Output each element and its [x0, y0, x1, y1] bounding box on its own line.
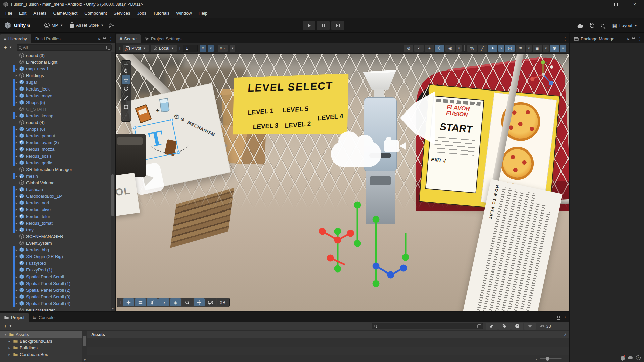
expand-arrow[interactable]: ▸ [14, 154, 19, 158]
kebab-menu-icon[interactable]: ⋮ [563, 315, 567, 320]
close-button[interactable]: × [625, 0, 644, 9]
rotate-tool-button[interactable] [122, 84, 130, 93]
search-pick-icon[interactable] [477, 324, 481, 328]
scroll-down-arrow[interactable]: ▼ [111, 307, 114, 310]
play-button[interactable] [303, 21, 315, 30]
project-folder-assets[interactable]: ▾Assets [0, 331, 82, 338]
expand-arrow[interactable]: ▸ [14, 228, 19, 232]
expand-arrow[interactable]: ▸ [14, 302, 19, 305]
expand-arrow[interactable]: ▸ [14, 248, 19, 252]
search-icon[interactable] [601, 24, 604, 27]
scale-tool-button[interactable] [122, 94, 130, 102]
search-overlay-button[interactable] [182, 298, 193, 306]
expand-arrow[interactable]: ▸ [14, 194, 19, 198]
particles-toggle-icon-caret[interactable]: ▼ [498, 45, 504, 52]
toolbar-grip[interactable]: ‖ [179, 46, 181, 51]
history-icon[interactable] [589, 23, 595, 28]
hierarchy-item-directional-light[interactable]: Directional Light [0, 59, 111, 65]
scrollbar-thumb[interactable] [111, 174, 114, 216]
expand-arrow[interactable]: ▸ [14, 114, 19, 118]
hierarchy-item-fuzzyred-1-[interactable]: FuzzyRed (1) [0, 266, 111, 273]
hierarchy-item-fuzzyred[interactable]: FuzzyRed [0, 260, 111, 266]
kebab-menu-icon[interactable]: ⋮ [109, 36, 113, 41]
hierarchy-item-spatial-panel-scroll-4-[interactable]: ▸Spatial Panel Scroll (4) [0, 300, 111, 307]
hierarchy-item-shops-6-[interactable]: ▸Shops (6) [0, 126, 111, 132]
project-folder-backgroundcars[interactable]: ▸BackgroundCars [0, 338, 82, 344]
asset-store-dropdown[interactable]: Asset Store▼ [68, 21, 106, 29]
hierarchy-item-buildings[interactable]: ▸Buildings [0, 72, 111, 79]
tree-scrollbar[interactable]: ▼ [82, 331, 87, 362]
tab-package-manager[interactable]: Package Manage [570, 34, 619, 43]
grid-overlay-button[interactable] [147, 298, 158, 306]
tab-hierarchy[interactable]: ≡Hierarchy [0, 34, 31, 43]
gizmos-icon-caret[interactable]: ▼ [560, 45, 566, 52]
expand-arrow[interactable]: ▸ [14, 147, 19, 151]
hierarchy-item-sound-3-[interactable]: sound (3) [0, 52, 111, 59]
hierarchy-item-xr-interaction-manager[interactable]: XR Interaction Manager [0, 166, 111, 173]
hierarchy-item-kerdus-mayo[interactable]: ▸kerdus_mayo [0, 92, 111, 99]
hierarchy-item-kerdus-nori[interactable]: ▸kerdus_nori [0, 199, 111, 206]
hierarchy-item-eventsystem[interactable]: EventSystem [0, 240, 111, 246]
add-gameobject-button[interactable]: ＋ [3, 44, 8, 51]
menu-services[interactable]: Services [110, 11, 134, 16]
overlay-percent-icon[interactable]: % [467, 45, 477, 52]
rect-tool-button[interactable] [122, 103, 130, 111]
hierarchy-item-trashcan[interactable]: ▸trashcan [0, 186, 111, 193]
menu-tutorials[interactable]: Tutorials [150, 11, 173, 16]
debug-icon[interactable]: ◉ [445, 45, 455, 52]
account-dropdown[interactable]: MP▼ [42, 21, 65, 29]
hierarchy-item-shops-5-[interactable]: ▸Shops (5) [0, 99, 111, 106]
layers-icon-caret[interactable]: ▼ [526, 45, 532, 52]
hierarchy-item-mesin[interactable]: ▸mesin [0, 173, 111, 179]
project-folder-buildings[interactable]: ▸Buildings [0, 344, 82, 351]
add-dropdown-caret[interactable]: ▼ [9, 324, 12, 328]
hierarchy-item-kerdus-bbq[interactable]: ▸kerdus_bbq [0, 246, 111, 253]
hierarchy-item-kerdus-garlic[interactable]: ▸kerdus_garlic [0, 159, 111, 166]
kebab-menu-icon[interactable]: ⋮ [638, 36, 642, 41]
snap-overlay-button[interactable] [194, 298, 205, 306]
hierarchy-item-kerdus-ayam-3-[interactable]: ▸kerdus_ayam (3) [0, 139, 111, 146]
hidden-count[interactable]: 33 [537, 323, 554, 330]
camera-overlay-icon-caret[interactable]: ▼ [543, 45, 549, 52]
hierarchy-item-kerdus-telur[interactable]: ▸kerdus_telur [0, 213, 111, 220]
spline-gizmos[interactable] [317, 200, 424, 298]
hierarchy-item-kerdus-leek[interactable]: ▸kerdus_leek [0, 85, 111, 92]
hierarchy-item-kerdus-sosis[interactable]: ▸kerdus_sosis [0, 153, 111, 159]
expand-arrow[interactable]: ▸ [14, 201, 19, 205]
expand-arrow[interactable]: ▸ [14, 275, 19, 279]
grid-visibility-caret[interactable]: ▼ [230, 45, 235, 52]
expand-arrow[interactable]: ▸ [14, 208, 19, 212]
tab-overflow-icon[interactable]: ▸ [98, 36, 101, 41]
hierarchy-item-spatial-panel-scroll-1-[interactable]: ▸Spatial Panel Scroll (1) [0, 280, 111, 287]
expand-arrow[interactable]: ▸ [14, 221, 19, 225]
expand-arrow[interactable]: ▸ [14, 161, 19, 165]
lock-icon[interactable] [103, 38, 106, 41]
menu-component[interactable]: Component [81, 11, 110, 16]
add-asset-button[interactable]: ＋ [3, 323, 8, 330]
hierarchy-item-kerdus-olive[interactable]: ▸kerdus_olive [0, 206, 111, 213]
search-by-tag-icon[interactable] [498, 323, 511, 330]
expand-arrow[interactable]: ▸ [14, 134, 19, 138]
handle-rotation-dropdown[interactable]: Local▼ [151, 45, 177, 52]
add-dropdown-caret[interactable]: ▼ [9, 46, 12, 49]
debug-icon-caret[interactable]: ▼ [456, 45, 462, 52]
tab-scene[interactable]: #Scene [116, 34, 141, 43]
search-warnings-icon[interactable] [511, 323, 523, 330]
camera-overlay-button[interactable] [205, 298, 216, 306]
collapse-pane-icon[interactable]: ⊼ [564, 332, 567, 337]
mute-toggle-icon[interactable]: ╱ [478, 45, 487, 52]
lighting-toggle-icon[interactable]: ◐ [414, 45, 424, 52]
step-button[interactable] [331, 21, 344, 30]
hierarchy-item-spatial-panel-scroll-3-[interactable]: ▸Spatial Panel Scroll (3) [0, 293, 111, 300]
overlay-grip[interactable]: ≡≡ [124, 62, 128, 66]
hierarchy-item-kerdus-tomat[interactable]: ▸kerdus_tomat [0, 220, 111, 226]
grid-snap-button[interactable]: # [200, 45, 206, 52]
hierarchy-item-kerdus-peanut[interactable]: ▸kerdus_peanut [0, 132, 111, 139]
version-control-icon[interactable] [108, 22, 114, 28]
hierarchy-search-input[interactable]: All [17, 44, 112, 51]
menu-file[interactable]: File [2, 11, 16, 16]
expand-arrow[interactable]: ▸ [7, 353, 11, 356]
menu-help[interactable]: Help [195, 11, 211, 16]
scene-visibility-eye-icon[interactable]: ◎ [505, 45, 515, 52]
expand-arrow[interactable]: ▸ [14, 101, 19, 104]
